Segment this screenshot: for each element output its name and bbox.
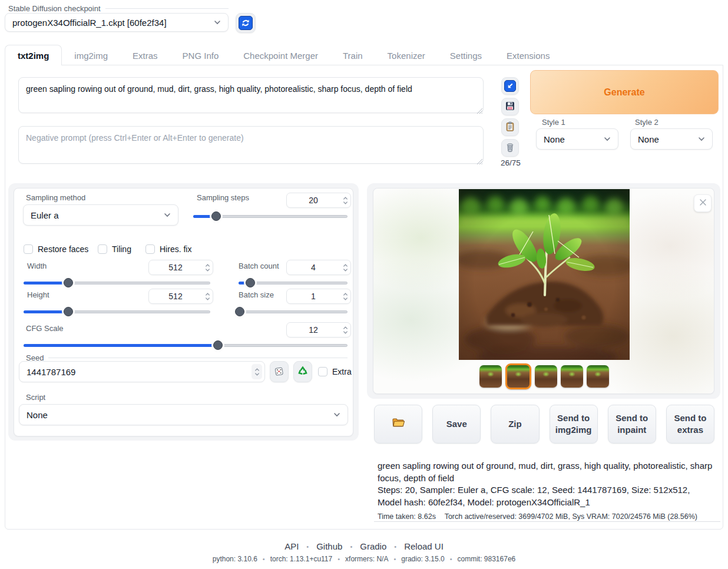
send-to-img2img-button[interactable]: Send to img2img [550,405,598,444]
checkpoint-dropdown[interactable]: protogenX34OfficialR_1.ckpt [60fe2f34] [5,13,229,32]
python-version: python: 3.10.6 [213,555,257,563]
tab-extras[interactable]: Extras [120,45,170,65]
negative-prompt-resize-handle[interactable] [476,157,483,163]
gallery-thumbnail[interactable] [587,365,609,388]
gradio-version: gradio: 3.15.0 [401,555,444,563]
paste-params-button[interactable] [501,77,519,95]
batch-size-label: Batch size [239,290,274,299]
tab-tokenizer[interactable]: Tokenizer [375,45,438,65]
prompt-resize-handle[interactable] [476,106,483,113]
refresh-checkpoints-button[interactable] [236,13,256,33]
negative-prompt-input[interactable] [18,126,484,164]
send-to-inpaint-button[interactable]: Send to inpaint [608,405,656,444]
token-counter: 26/75 [498,158,524,167]
batch-size-input[interactable]: 1 [286,289,351,304]
close-icon [699,199,707,208]
tab-settings[interactable]: Settings [438,45,494,65]
chevron-down-icon [604,137,611,141]
restore-faces-checkbox-row: Restore faces [24,244,88,254]
tab-img2img[interactable]: img2img [62,45,120,65]
generation-info-stats: Time taken: 8.62s Torch active/reserved:… [378,512,714,521]
output-buttons-row: Save Zip Send to img2img Send to inpaint… [374,405,714,444]
hires-fix-checkbox[interactable] [145,244,155,254]
checkpoint-value: protogenX34OfficialR_1.ckpt [60fe2f34] [12,18,167,28]
gallery-card [373,188,714,394]
sampling-method-dropdown[interactable]: Euler a [23,204,178,226]
dice-icon [274,366,284,378]
send-to-extras-button[interactable]: Send to extras [666,405,714,444]
gallery-thumbnail[interactable] [561,365,583,388]
footer-link-api[interactable]: API [284,541,299,551]
sampling-steps-input[interactable]: 20 [286,193,351,208]
width-input[interactable]: 512 [148,260,213,275]
width-slider[interactable] [24,278,210,287]
batch-size-slider[interactable] [239,307,348,316]
refresh-icon [239,16,253,30]
tab-extensions[interactable]: Extensions [494,45,562,65]
save-button[interactable]: Save [432,405,481,444]
arrow-down-left-icon [504,80,516,92]
chevron-down-icon [698,137,705,141]
script-dropdown[interactable]: None [19,404,348,425]
parameters-panel: Sampling method Euler a Sampling steps 2… [8,183,359,441]
cfg-scale-label: CFG Scale [26,324,64,333]
txt2img-panel: green sapling rowing out of ground, mud,… [5,65,723,530]
checkpoint-label: Stable Diffusion checkpoint [8,4,229,13]
gallery-thumbnails [373,362,714,391]
footer-versions: python: 3.10.6 • torch: 1.13.1+cu117 • x… [0,555,728,563]
clipboard-icon [505,121,515,134]
generated-image[interactable] [459,189,630,360]
extra-seed-checkbox[interactable] [318,367,327,376]
height-slider[interactable] [24,307,210,316]
extra-seed-row: Extra [318,367,352,376]
tiling-checkbox[interactable] [98,244,107,254]
style2-dropdown[interactable]: None [630,128,713,150]
tab-txt2img[interactable]: txt2img [5,45,62,65]
batch-count-input[interactable]: 4 [286,260,351,275]
slider-handle[interactable] [211,211,221,221]
footer-link-github[interactable]: Github [316,541,342,551]
tab-train[interactable]: Train [330,45,375,65]
gallery-thumbnail[interactable] [535,365,557,388]
hires-fix-checkbox-row: Hires. fix [145,244,191,254]
cfg-scale-input[interactable]: 12 [286,322,351,338]
zip-button[interactable]: Zip [491,405,539,444]
generate-button[interactable]: Generate [530,70,719,114]
footer-links: API • Github • Gradio • Reload UI [0,541,728,551]
parameters-card: Sampling method Euler a Sampling steps 2… [14,188,353,436]
close-gallery-button[interactable] [694,194,712,212]
gallery-thumbnail[interactable] [479,365,502,388]
vram-stats: Torch active/reserved: 3699/4702 MiB, Sy… [445,512,697,521]
style1-label: Style 1 [542,118,565,127]
style2-label: Style 2 [635,118,658,127]
style1-dropdown[interactable]: None [536,128,618,150]
tiling-checkbox-row: Tiling [98,244,131,254]
footer-link-gradio[interactable]: Gradio [360,541,386,551]
cfg-scale-slider[interactable] [24,340,348,350]
width-label: Width [27,262,47,270]
sampling-steps-slider[interactable] [193,211,348,221]
random-seed-button[interactable] [270,361,289,382]
apply-style-button[interactable] [501,118,519,136]
reuse-seed-button[interactable] [293,361,312,382]
height-input[interactable]: 512 [148,289,213,304]
save-style-button[interactable] [501,98,519,115]
sampling-steps-label: Sampling steps [197,193,249,202]
height-label: Height [27,290,49,299]
tab-png-info[interactable]: PNG Info [170,45,231,65]
prompt-input[interactable]: green sapling rowing out of ground, mud,… [18,77,484,113]
generation-info: green sapling rowing out of ground, mud,… [378,460,714,521]
chevron-down-icon [214,20,221,25]
footer-link-reload-ui[interactable]: Reload UI [404,541,444,551]
restore-faces-checkbox[interactable] [24,244,33,254]
tab-checkpoint-merger[interactable]: Checkpoint Merger [231,45,330,65]
open-folder-button[interactable] [374,405,422,444]
gallery-thumbnail[interactable] [505,363,531,389]
torch-version: torch: 1.13.1+cu117 [270,555,333,563]
stepper-arrows[interactable] [340,197,350,204]
generation-info-params: Steps: 20, Sampler: Euler a, CFG scale: … [378,484,714,508]
batch-count-slider[interactable] [239,278,348,287]
time-taken: Time taken: 8.62s [378,512,436,521]
seed-input[interactable]: 1441787169 [19,361,265,382]
clear-prompt-button[interactable] [501,139,519,157]
